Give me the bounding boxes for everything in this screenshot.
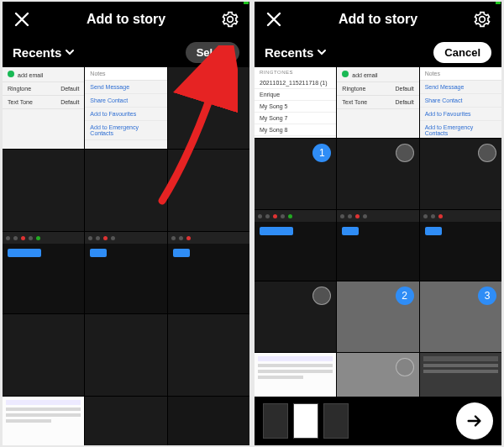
selection-badge: [312, 287, 331, 305]
album-label: Recents: [265, 45, 313, 60]
page-title: Add to story: [31, 12, 221, 27]
grid-item[interactable]: [85, 397, 166, 445]
grid-item[interactable]: [168, 397, 249, 445]
tray-thumb[interactable]: [323, 403, 349, 439]
status-indicator: [496, 2, 501, 4]
status-indicator: [244, 2, 249, 4]
close-icon[interactable]: [13, 10, 31, 29]
chevron-down-icon: [65, 47, 75, 57]
grid-item[interactable]: [168, 314, 249, 396]
selection-badge: [478, 144, 496, 162]
arrow-right-icon: [465, 412, 484, 430]
album-picker[interactable]: Recents: [265, 45, 327, 60]
tray-thumb[interactable]: [263, 403, 288, 439]
grid-item[interactable]: [420, 210, 501, 281]
grid-item[interactable]: [420, 139, 501, 209]
grid-item[interactable]: [337, 139, 418, 209]
grid-item[interactable]: RINGTONES 20211012_115211718 (1) Enrique…: [255, 67, 336, 138]
album-picker[interactable]: Recents: [13, 45, 75, 60]
header: Add to story: [3, 2, 249, 37]
selection-badge: 2: [396, 287, 414, 305]
media-grid: add email RingtoneDefault Text ToneDefau…: [3, 67, 249, 445]
cancel-button[interactable]: Cancel: [433, 42, 491, 63]
grid-item[interactable]: [3, 397, 84, 445]
close-icon[interactable]: [265, 10, 283, 29]
grid-item[interactable]: [168, 232, 249, 313]
grid-item[interactable]: 2: [337, 281, 418, 352]
select-button[interactable]: Select: [186, 42, 239, 63]
grid-item[interactable]: [3, 314, 84, 396]
selection-badge: 3: [478, 287, 496, 305]
grid-item[interactable]: [3, 232, 84, 313]
media-grid: RINGTONES 20211012_115211718 (1) Enrique…: [255, 67, 501, 423]
grid-item[interactable]: 1: [255, 139, 336, 209]
settings-icon[interactable]: [473, 10, 491, 29]
selection-badge: [396, 358, 414, 376]
header: Add to story: [255, 2, 501, 37]
grid-item[interactable]: [255, 281, 336, 352]
grid-item[interactable]: [168, 150, 249, 231]
settings-icon[interactable]: [221, 10, 239, 29]
phone-right: Add to story Recents Cancel RINGTONES 20…: [255, 2, 501, 445]
grid-item[interactable]: [255, 210, 336, 281]
tray-thumb[interactable]: [293, 403, 318, 439]
grid-item[interactable]: add email RingtoneDefault Text ToneDefau…: [3, 67, 84, 149]
subbar: Recents Cancel: [255, 37, 501, 67]
grid-item[interactable]: Notes Send Message Share Contact Add to …: [85, 67, 166, 149]
selection-badge: 1: [312, 144, 331, 162]
next-button[interactable]: [456, 402, 493, 439]
phone-left: Add to story Recents Select add email Ri…: [3, 2, 249, 445]
grid-item[interactable]: [3, 150, 84, 231]
page-title: Add to story: [283, 12, 473, 27]
grid-item[interactable]: Notes Send Message Share Contact Add to …: [420, 67, 501, 138]
grid-item[interactable]: add email RingtoneDefault Text ToneDefau…: [337, 67, 418, 138]
selection-badge: [396, 144, 414, 162]
grid-item[interactable]: [337, 210, 418, 281]
grid-item[interactable]: [85, 150, 166, 231]
subbar: Recents Select: [3, 37, 249, 67]
album-label: Recents: [13, 45, 61, 60]
grid-item[interactable]: [85, 314, 166, 396]
grid-item[interactable]: [85, 232, 166, 313]
grid-item[interactable]: [168, 67, 249, 149]
chevron-down-icon: [317, 47, 327, 57]
selection-tray: [255, 397, 501, 445]
grid-item[interactable]: 3: [420, 281, 501, 352]
